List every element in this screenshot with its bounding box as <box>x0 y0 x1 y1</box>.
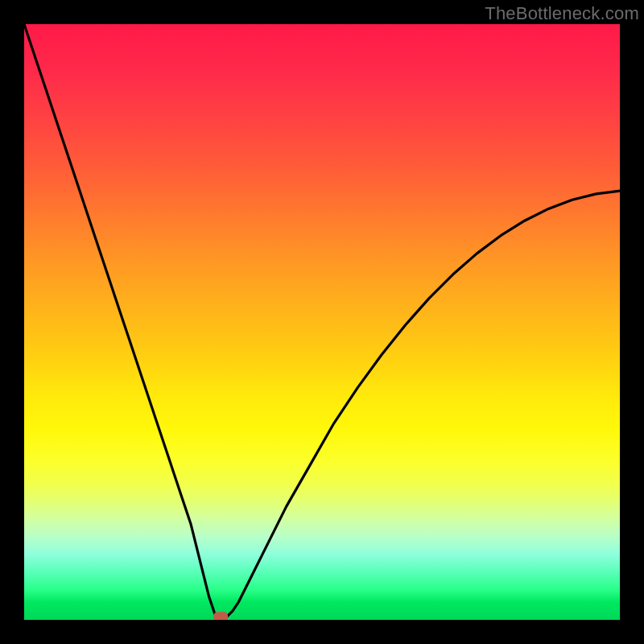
optimal-point-marker <box>213 612 228 620</box>
plot-area <box>24 24 620 620</box>
bottleneck-curve <box>24 24 620 620</box>
watermark-text: TheBottleneck.com <box>485 3 639 24</box>
curve-svg <box>24 24 620 620</box>
chart-frame: TheBottleneck.com <box>0 0 644 644</box>
